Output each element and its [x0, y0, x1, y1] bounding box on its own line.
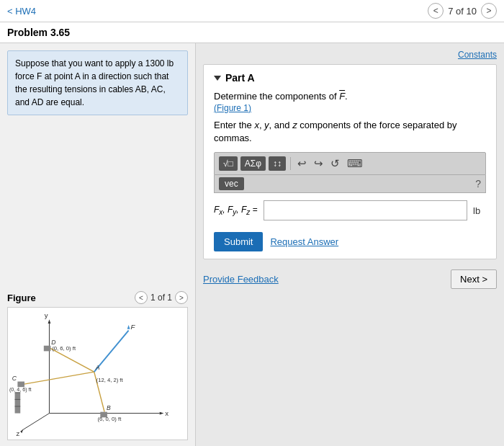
constants-link[interactable]: Constants — [458, 50, 497, 60]
svg-text:A: A — [95, 364, 100, 371]
svg-text:y: y — [45, 311, 48, 319]
sqrt-icon: √□ — [223, 159, 233, 169]
problem-title: Problem 3.65 — [7, 27, 70, 38]
svg-text:z: z — [16, 429, 19, 437]
svg-line-6 — [22, 414, 49, 431]
figure-link[interactable]: (Figure 1) — [214, 103, 486, 113]
svg-text:(12, 4, 2) ft: (12, 4, 2) ft — [96, 377, 124, 383]
figure-label: Figure — [7, 293, 36, 303]
svg-marker-17 — [127, 325, 130, 329]
svg-marker-4 — [48, 319, 51, 324]
figure-section: Figure < 1 of 1 > x y — [7, 291, 188, 440]
answer-input[interactable] — [264, 200, 467, 220]
svg-text:(0, 6, 0) ft: (0, 6, 0) ft — [52, 345, 76, 352]
page-info: 7 of 10 — [448, 6, 477, 17]
svg-text:B: B — [107, 404, 111, 411]
action-row: Submit Request Answer — [214, 232, 486, 251]
redo-btn[interactable]: ↪ — [312, 156, 325, 171]
svg-rect-9 — [15, 393, 21, 414]
hw-link[interactable]: < HW4 — [7, 6, 36, 17]
svg-text:(6, 0, 0) ft: (6, 0, 0) ft — [98, 416, 122, 422]
math-toolbar: √□ ΑΣφ ↕↕ ↩ ↪ ↺ ⌨ — [214, 152, 486, 175]
feedback-link[interactable]: Provide Feedback — [203, 274, 279, 285]
figure-box: x y z — [7, 307, 188, 440]
prev-problem-btn[interactable]: < — [428, 3, 444, 19]
figure-next-btn[interactable]: > — [175, 291, 188, 304]
answer-label: Fx, Fy, Fz = — [214, 205, 258, 216]
instruction-text: Enter the x, y, and z components of the … — [214, 119, 486, 145]
feedback-row: Provide Feedback Next > — [203, 269, 497, 289]
vec-btn[interactable]: vec — [219, 177, 244, 190]
next-btn-label: Next > — [460, 274, 487, 285]
part-a-section: Part A Determine the components of F. (F… — [203, 64, 497, 259]
svg-text:x: x — [165, 409, 168, 417]
svg-text:F: F — [130, 323, 135, 331]
next-problem-btn[interactable]: > — [481, 3, 497, 19]
refresh-btn[interactable]: ↺ — [328, 156, 342, 171]
keyboard-btn[interactable]: ⌨ — [345, 156, 365, 171]
svg-line-14 — [23, 372, 94, 384]
figure-prev-btn[interactable]: < — [135, 291, 148, 304]
arrows-icon: ↕↕ — [273, 159, 282, 169]
answer-row: Fx, Fy, Fz = lb — [214, 197, 486, 223]
sigma-icon: ΑΣφ — [245, 159, 261, 169]
unit-label: lb — [473, 205, 486, 216]
sigma-btn[interactable]: ΑΣφ — [240, 156, 266, 171]
problem-description: Suppose that you want to apply a 1300 lb… — [7, 50, 188, 115]
right-panel: Constants Part A Determine the component… — [196, 43, 504, 446]
undo-btn[interactable]: ↩ — [295, 156, 309, 171]
figure-page-info: 1 of 1 — [150, 293, 172, 303]
part-a-label: Part A — [225, 72, 255, 84]
constants-section: Constants — [203, 49, 497, 60]
svg-marker-1 — [160, 412, 164, 415]
arrows-btn[interactable]: ↕↕ — [269, 156, 286, 171]
collapse-icon[interactable] — [214, 76, 221, 81]
next-btn[interactable]: Next > — [451, 269, 497, 289]
determine-text: Determine the components of F. — [214, 91, 486, 102]
left-panel: Suppose that you want to apply a 1300 lb… — [0, 43, 196, 446]
submit-btn[interactable]: Submit — [214, 232, 263, 251]
toolbar-row2: vec ? — [214, 175, 486, 193]
svg-rect-19 — [44, 346, 51, 352]
help-icon[interactable]: ? — [475, 178, 481, 189]
svg-text:D: D — [51, 339, 55, 346]
sqrt-btn[interactable]: √□ — [219, 156, 238, 171]
toolbar-separator — [290, 157, 291, 170]
svg-text:(0, 4, 6) ft: (0, 4, 6) ft — [9, 387, 32, 393]
request-answer-link[interactable]: Request Answer — [270, 236, 338, 247]
svg-text:C: C — [12, 375, 17, 382]
